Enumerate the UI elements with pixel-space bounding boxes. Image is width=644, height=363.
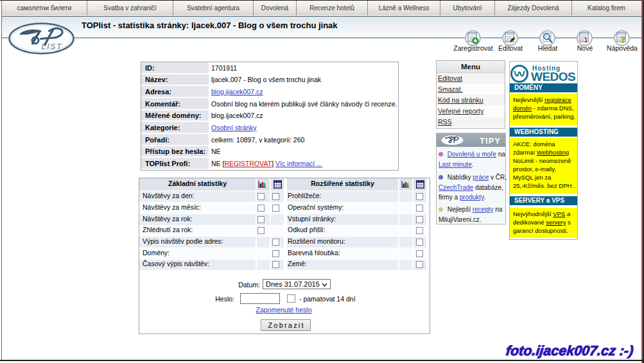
svg-text:1: 1 [584, 35, 588, 44]
svg-text:?: ? [621, 35, 625, 45]
svg-text:LIST: LIST [41, 42, 62, 51]
